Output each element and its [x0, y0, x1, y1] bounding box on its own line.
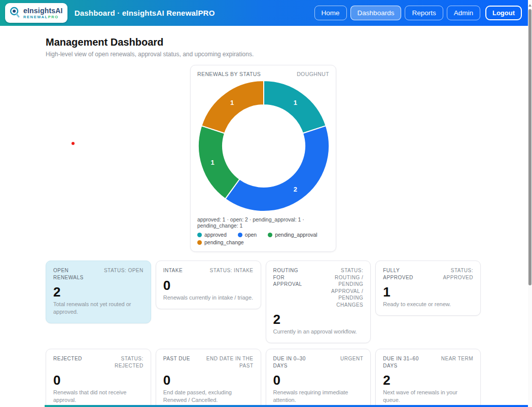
kpi-card-due-in-0-30-days: DUE IN 0–30 DAYSURGENT0Renewals requirin… [266, 349, 371, 407]
page-title: Management Dashboard [46, 36, 481, 48]
chart-summary-text: approved: 1 · open: 2 · pending_approval… [197, 216, 329, 229]
legend-dot-icon [197, 233, 202, 237]
red-marker-dot [72, 142, 75, 145]
renewals-by-status-chart-card: RENEWALS BY STATUS DOUGHNUT 1211 approve… [190, 65, 336, 252]
chart-title: RENEWALS BY STATUS [197, 71, 261, 77]
kpi-card-header: INTAKESTATUS: INTAKE [163, 267, 254, 274]
kpi-value: 2 [53, 285, 144, 299]
kpi-card-header: DUE IN 31–60 DAYSNEAR TERM [383, 355, 473, 369]
kpi-value: 1 [383, 285, 473, 299]
kpi-status-tag: URGENT [340, 355, 363, 362]
kpi-card-header: DUE IN 0–30 DAYSURGENT [273, 355, 364, 369]
scrollbar-thumb[interactable] [528, 9, 531, 285]
kpi-description: Total renewals not yet routed or approve… [53, 301, 144, 316]
chart-type-label: DOUGHNUT [297, 71, 329, 77]
footer-accent-strip [45, 405, 528, 407]
kpi-value: 0 [273, 374, 364, 387]
kpi-title: REJECTED [53, 355, 82, 362]
kpi-grid: OPEN RENEWALSSTATUS: OPEN2Total renewals… [46, 261, 481, 407]
kpi-status-tag: END DATE IN THE PAST [205, 355, 254, 369]
legend-dot-icon [197, 240, 202, 245]
doughnut-segment-approved[interactable] [264, 81, 326, 133]
doughnut-segment-pending_change[interactable] [201, 81, 264, 133]
scrollbar-up-arrow-icon[interactable] [528, 4, 531, 7]
legend-item-pending_approval[interactable]: pending_approval [268, 232, 317, 238]
doughnut-chart[interactable]: 1211 [197, 80, 330, 212]
segment-value-label: 1 [294, 99, 297, 106]
kpi-card-open-renewals: OPEN RENEWALSSTATUS: OPEN2Total renewals… [46, 261, 151, 323]
kpi-title: FULLY APPROVED [383, 267, 423, 281]
kpi-card-due-in-31-60-days: DUE IN 31–60 DAYSNEAR TERM2Next wave of … [375, 349, 481, 407]
nav-links: HomeDashboardsReportsAdminLogout [314, 6, 522, 20]
legend-item-open[interactable]: open [238, 232, 257, 238]
kpi-card-header: PAST DUEEND DATE IN THE PAST [163, 355, 254, 369]
kpi-description: Ready to execute or renew. [383, 301, 473, 308]
nav-button-dashboards[interactable]: Dashboards [350, 6, 402, 20]
kpi-status-tag: STATUS: APPROVED [428, 267, 473, 281]
kpi-value: 2 [273, 313, 364, 326]
kpi-title: INTAKE [163, 267, 183, 274]
kpi-status-tag: STATUS: REJECTED [95, 355, 144, 369]
kpi-status-tag: STATUS: INTAKE [210, 267, 254, 274]
magnifier-eye-icon [9, 6, 21, 20]
kpi-value: 2 [383, 374, 473, 387]
nav-button-reports[interactable]: Reports [405, 6, 443, 20]
kpi-card-header: REJECTEDSTATUS: REJECTED [53, 355, 144, 369]
kpi-card-rejected: REJECTEDSTATUS: REJECTED0Renewals that d… [46, 349, 151, 407]
segment-value-label: 1 [211, 159, 215, 166]
chart-legend: approvedopenpending_approvalpending_chan… [197, 232, 329, 245]
page-subtitle: High-level view of open renewals, approv… [46, 51, 481, 58]
kpi-description: Renewals currently in intake / triage. [163, 294, 254, 302]
kpi-card-past-due: PAST DUEEND DATE IN THE PAST0End date pa… [156, 349, 261, 407]
kpi-card-routing-for-approval: ROUTING FOR APPROVALSTATUS: ROUTING / PE… [266, 261, 371, 343]
legend-item-approved[interactable]: approved [197, 232, 227, 238]
kpi-card-fully-approved: FULLY APPROVEDSTATUS: APPROVED1Ready to … [375, 261, 481, 316]
chart-card-header: RENEWALS BY STATUS DOUGHNUT [197, 71, 329, 77]
kpi-title: DUE IN 0–30 DAYS [273, 355, 315, 369]
brand-text: eInsightsAI RENEWALPRO [23, 7, 63, 19]
kpi-title: OPEN RENEWALS [53, 267, 95, 281]
kpi-card-header: ROUTING FOR APPROVALSTATUS: ROUTING / PE… [273, 267, 364, 308]
brand-subtitle: RENEWALPRO [23, 15, 63, 19]
kpi-card-header: OPEN RENEWALSSTATUS: OPEN [53, 267, 144, 281]
legend-label: pending_approval [275, 232, 317, 238]
doughnut-segment-pending_approval[interactable] [198, 126, 239, 199]
legend-item-pending_change[interactable]: pending_change [197, 239, 244, 245]
brand-logo[interactable]: eInsightsAI RENEWALPRO [5, 3, 67, 23]
kpi-value: 0 [53, 374, 144, 387]
kpi-description: Next wave of renewals in your queue. [383, 389, 473, 404]
nav-button-home[interactable]: Home [314, 6, 347, 20]
main-content: Management Dashboard High-level view of … [46, 26, 481, 407]
segment-value-label: 2 [294, 186, 297, 193]
navbar-title: Dashboard · eInsightsAI RenewalPRO [75, 9, 215, 17]
page-scrollbar[interactable] [528, 0, 532, 407]
legend-label: open [245, 232, 257, 238]
legend-label: pending_change [204, 239, 244, 245]
kpi-description: Currently in an approval workflow. [273, 328, 364, 336]
kpi-title: DUE IN 31–60 DAYS [383, 355, 424, 369]
kpi-description: Renewals requiring immediate attention. [273, 389, 364, 404]
kpi-description: Renewals that did not receive approval. [53, 389, 144, 404]
kpi-description: End date passed, excluding Renewed / Can… [163, 389, 254, 404]
kpi-value: 0 [163, 374, 254, 387]
legend-dot-icon [238, 233, 242, 237]
kpi-status-tag: NEAR TERM [441, 355, 473, 362]
segment-value-label: 1 [230, 99, 234, 106]
kpi-status-tag: STATUS: ROUTING / PENDING APPROVAL / PEN… [314, 267, 363, 308]
kpi-title: PAST DUE [163, 355, 190, 362]
kpi-card-intake: INTAKESTATUS: INTAKE0Renewals currently … [156, 261, 261, 309]
kpi-title: ROUTING FOR APPROVAL [273, 267, 311, 288]
kpi-card-header: FULLY APPROVEDSTATUS: APPROVED [383, 267, 473, 281]
doughnut-segment-open[interactable] [225, 126, 329, 211]
logout-button[interactable]: Logout [485, 6, 522, 20]
kpi-value: 0 [163, 279, 254, 292]
legend-dot-icon [268, 233, 272, 237]
kpi-status-tag: STATUS: OPEN [104, 267, 144, 274]
nav-button-admin[interactable]: Admin [447, 6, 480, 20]
top-navbar: eInsightsAI RENEWALPRO Dashboard · eInsi… [0, 0, 528, 26]
legend-label: approved [204, 232, 227, 238]
brand-name: eInsightsAI [23, 7, 63, 14]
